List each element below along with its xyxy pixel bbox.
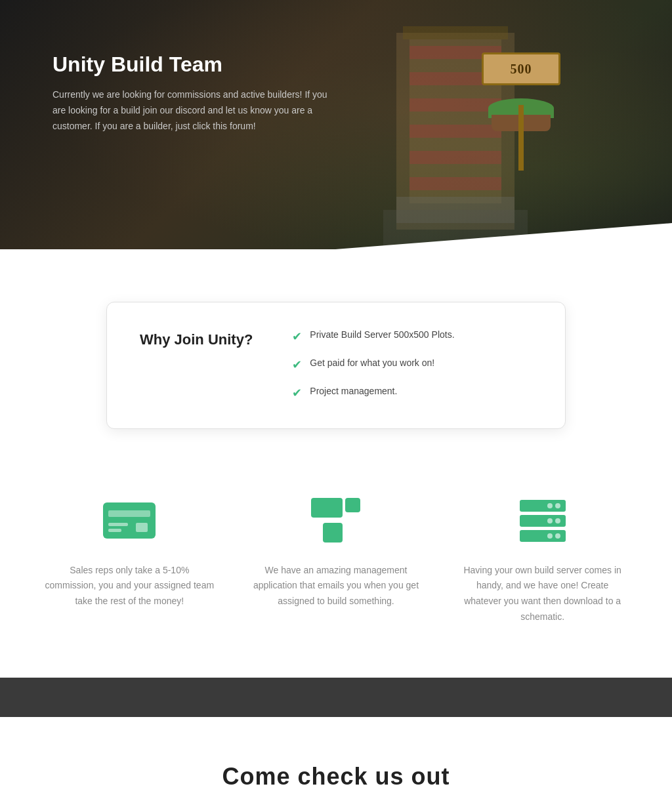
why-join-section: Why Join Unity? ✔ Private Build Server 5… (0, 249, 672, 455)
check-icon-2: ✔ (292, 357, 302, 373)
cta-section[interactable]: Come check us out Click this forum to be… (0, 717, 672, 799)
credit-card-icon (103, 502, 156, 539)
why-join-heading: Why Join Unity? (140, 329, 253, 348)
check-icon-1: ✔ (292, 329, 302, 345)
features-section: Sales reps only take a 5-10% commission,… (0, 455, 672, 678)
svg-rect-12 (345, 498, 360, 512)
svg-rect-13 (323, 523, 343, 543)
card-stripe (108, 510, 150, 517)
server-rack-1 (520, 500, 566, 512)
hero-description: Currently we are looking for commissions… (52, 87, 328, 134)
benefit-item-1: ✔ Private Build Server 500x500 Plots. (292, 329, 454, 345)
card-lines (108, 523, 128, 532)
benefit-item-2: ✔ Get paid for what you work on! (292, 357, 454, 373)
benefit-text-1: Private Build Server 500x500 Plots. (310, 329, 454, 342)
svg-rect-1 (403, 26, 508, 39)
svg-rect-8 (410, 177, 501, 190)
why-join-list: ✔ Private Build Server 500x500 Plots. ✔ … (292, 329, 454, 402)
feature-text-1: Sales reps only take a 5-10% commission,… (44, 563, 215, 609)
why-join-card: Why Join Unity? ✔ Private Build Server 5… (106, 302, 566, 429)
feature-card-2: We have an amazing management applicatio… (251, 495, 421, 609)
feature-text-3: Having your own build server comes in ha… (457, 563, 628, 625)
feature-card-3: Having your own build server comes in ha… (457, 495, 628, 625)
feature-text-2: We have an amazing management applicatio… (251, 563, 421, 609)
sign-post (518, 105, 524, 171)
card-chip (136, 523, 148, 532)
svg-rect-11 (311, 498, 343, 518)
sign-container: 500 (475, 39, 567, 171)
feature-icon-3 (520, 495, 566, 547)
card-line-2 (108, 529, 121, 532)
benefit-text-2: Get paid for what you work on! (310, 357, 434, 370)
sign-number: 500 (511, 62, 532, 77)
card-background (103, 502, 156, 539)
feature-card-1: Sales reps only take a 5-10% commission,… (44, 495, 215, 609)
server-rack-3 (520, 530, 566, 542)
feature-icon-2 (311, 495, 360, 547)
dark-divider (0, 678, 672, 717)
hero-content: Unity Build Team Currently we are lookin… (0, 0, 394, 160)
card-line-1 (108, 523, 128, 526)
sign-board: 500 (482, 52, 560, 85)
hero-title: Unity Build Team (52, 52, 341, 77)
feature-icon-1 (103, 495, 156, 547)
benefit-item-3: ✔ Project management. (292, 385, 454, 401)
benefit-text-3: Project management. (310, 385, 397, 398)
management-app-icon (311, 498, 360, 544)
hero-logo: 500 (475, 39, 567, 171)
server-icon (520, 500, 566, 542)
check-icon-3: ✔ (292, 385, 302, 401)
server-rack-2 (520, 515, 566, 527)
cta-title: Come check us out (26, 763, 646, 790)
why-join-wrapper: Why Join Unity? ✔ Private Build Server 5… (0, 289, 672, 455)
